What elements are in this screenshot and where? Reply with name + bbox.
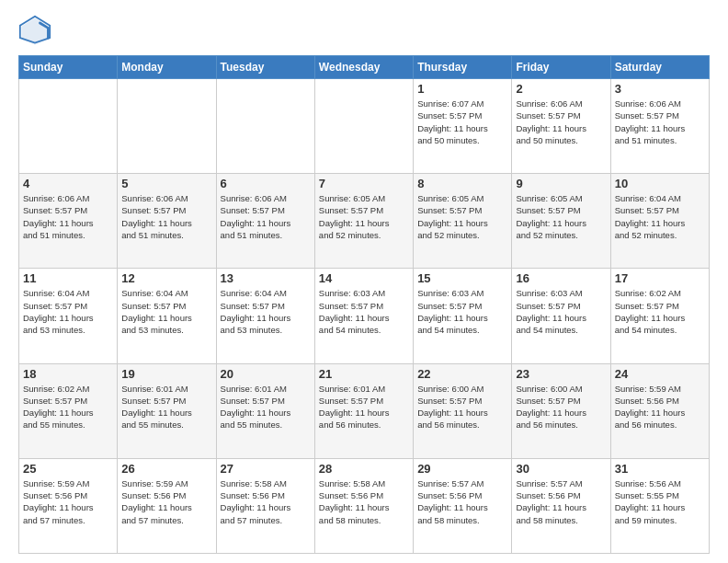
cell-info: Sunrise: 6:00 AM Sunset: 5:57 PM Dayligh…	[516, 383, 606, 431]
day-number: 19	[121, 367, 211, 381]
cell-info: Sunrise: 6:03 AM Sunset: 5:57 PM Dayligh…	[417, 287, 507, 336]
day-number: 15	[417, 271, 507, 285]
calendar-cell: 4Sunrise: 6:06 AM Sunset: 5:57 PM Daylig…	[19, 174, 118, 269]
calendar-cell: 23Sunrise: 6:00 AM Sunset: 5:57 PM Dayli…	[512, 363, 610, 458]
cell-info: Sunrise: 5:58 AM Sunset: 5:56 PM Dayligh…	[221, 477, 311, 526]
calendar-cell: 30Sunrise: 5:57 AM Sunset: 5:56 PM Dayli…	[512, 458, 610, 553]
day-number: 25	[23, 462, 113, 476]
cell-info: Sunrise: 5:59 AM Sunset: 5:56 PM Dayligh…	[121, 477, 211, 526]
day-number: 1	[417, 82, 507, 96]
cell-info: Sunrise: 6:05 AM Sunset: 5:57 PM Dayligh…	[516, 192, 606, 241]
cell-info: Sunrise: 6:06 AM Sunset: 5:57 PM Dayligh…	[516, 98, 606, 146]
calendar-cell: 15Sunrise: 6:03 AM Sunset: 5:57 PM Dayli…	[414, 269, 512, 363]
calendar-cell: 17Sunrise: 6:02 AM Sunset: 5:57 PM Dayli…	[610, 269, 709, 363]
day-number: 26	[121, 462, 211, 476]
day-number: 11	[23, 271, 113, 285]
cell-info: Sunrise: 6:03 AM Sunset: 5:57 PM Dayligh…	[516, 287, 606, 336]
day-number: 24	[615, 367, 705, 381]
calendar-cell: 1Sunrise: 6:07 AM Sunset: 5:57 PM Daylig…	[414, 79, 512, 174]
calendar-cell	[314, 79, 413, 174]
cell-info: Sunrise: 5:56 AM Sunset: 5:55 PM Dayligh…	[615, 477, 705, 526]
calendar-week-4: 18Sunrise: 6:02 AM Sunset: 5:57 PM Dayli…	[19, 363, 710, 458]
day-number: 18	[23, 367, 113, 381]
cell-info: Sunrise: 6:06 AM Sunset: 5:57 PM Dayligh…	[615, 98, 705, 146]
day-number: 20	[221, 367, 311, 381]
page: SundayMondayTuesdayWednesdayThursdayFrid…	[0, 0, 728, 563]
logo	[18, 15, 55, 48]
calendar-week-3: 11Sunrise: 6:04 AM Sunset: 5:57 PM Dayli…	[19, 269, 710, 363]
day-number: 2	[516, 82, 606, 96]
weekday-header-wednesday: Wednesday	[314, 56, 413, 79]
cell-info: Sunrise: 6:07 AM Sunset: 5:57 PM Dayligh…	[417, 98, 507, 146]
calendar-header-row: SundayMondayTuesdayWednesdayThursdayFrid…	[19, 56, 710, 79]
cell-info: Sunrise: 6:06 AM Sunset: 5:57 PM Dayligh…	[221, 192, 311, 241]
calendar-cell: 13Sunrise: 6:04 AM Sunset: 5:57 PM Dayli…	[216, 269, 314, 363]
cell-info: Sunrise: 6:04 AM Sunset: 5:57 PM Dayligh…	[23, 287, 113, 336]
calendar-cell: 20Sunrise: 6:01 AM Sunset: 5:57 PM Dayli…	[216, 363, 314, 458]
cell-info: Sunrise: 5:57 AM Sunset: 5:56 PM Dayligh…	[516, 477, 606, 526]
calendar-cell: 18Sunrise: 6:02 AM Sunset: 5:57 PM Dayli…	[19, 363, 118, 458]
calendar-cell: 14Sunrise: 6:03 AM Sunset: 5:57 PM Dayli…	[314, 269, 413, 363]
calendar-cell: 24Sunrise: 5:59 AM Sunset: 5:56 PM Dayli…	[610, 363, 709, 458]
cell-info: Sunrise: 6:03 AM Sunset: 5:57 PM Dayligh…	[319, 287, 409, 336]
logo-icon	[18, 15, 51, 48]
calendar-table: SundayMondayTuesdayWednesdayThursdayFrid…	[18, 55, 710, 554]
day-number: 30	[516, 462, 606, 476]
day-number: 17	[615, 271, 705, 285]
calendar-cell: 26Sunrise: 5:59 AM Sunset: 5:56 PM Dayli…	[118, 458, 216, 553]
cell-info: Sunrise: 6:05 AM Sunset: 5:57 PM Dayligh…	[319, 192, 409, 241]
day-number: 9	[516, 177, 606, 190]
calendar-cell: 5Sunrise: 6:06 AM Sunset: 5:57 PM Daylig…	[118, 174, 216, 269]
calendar-cell: 29Sunrise: 5:57 AM Sunset: 5:56 PM Dayli…	[414, 458, 512, 553]
calendar-cell: 12Sunrise: 6:04 AM Sunset: 5:57 PM Dayli…	[118, 269, 216, 363]
calendar-cell: 31Sunrise: 5:56 AM Sunset: 5:55 PM Dayli…	[610, 458, 709, 553]
cell-info: Sunrise: 5:59 AM Sunset: 5:56 PM Dayligh…	[615, 383, 705, 431]
calendar-cell: 16Sunrise: 6:03 AM Sunset: 5:57 PM Dayli…	[512, 269, 610, 363]
day-number: 14	[319, 271, 409, 285]
calendar-cell	[118, 79, 216, 174]
calendar-cell: 2Sunrise: 6:06 AM Sunset: 5:57 PM Daylig…	[512, 79, 610, 174]
day-number: 28	[319, 462, 409, 476]
calendar-week-1: 1Sunrise: 6:07 AM Sunset: 5:57 PM Daylig…	[19, 79, 710, 174]
calendar-cell: 28Sunrise: 5:58 AM Sunset: 5:56 PM Dayli…	[314, 458, 413, 553]
day-number: 6	[221, 177, 311, 190]
calendar-cell: 9Sunrise: 6:05 AM Sunset: 5:57 PM Daylig…	[512, 174, 610, 269]
day-number: 3	[615, 82, 705, 96]
weekday-header-tuesday: Tuesday	[216, 56, 314, 79]
calendar-cell	[19, 79, 118, 174]
cell-info: Sunrise: 5:57 AM Sunset: 5:56 PM Dayligh…	[417, 477, 507, 526]
cell-info: Sunrise: 5:58 AM Sunset: 5:56 PM Dayligh…	[319, 477, 409, 526]
cell-info: Sunrise: 6:02 AM Sunset: 5:57 PM Dayligh…	[23, 383, 113, 431]
day-number: 4	[23, 177, 113, 190]
calendar-cell: 11Sunrise: 6:04 AM Sunset: 5:57 PM Dayli…	[19, 269, 118, 363]
cell-info: Sunrise: 6:04 AM Sunset: 5:57 PM Dayligh…	[221, 287, 311, 336]
day-number: 31	[615, 462, 705, 476]
calendar-cell: 27Sunrise: 5:58 AM Sunset: 5:56 PM Dayli…	[216, 458, 314, 553]
day-number: 16	[516, 271, 606, 285]
weekday-header-thursday: Thursday	[414, 56, 512, 79]
cell-info: Sunrise: 6:06 AM Sunset: 5:57 PM Dayligh…	[23, 192, 113, 241]
day-number: 27	[221, 462, 311, 476]
weekday-header-saturday: Saturday	[610, 56, 709, 79]
calendar-cell: 6Sunrise: 6:06 AM Sunset: 5:57 PM Daylig…	[216, 174, 314, 269]
cell-info: Sunrise: 6:01 AM Sunset: 5:57 PM Dayligh…	[221, 383, 311, 431]
cell-info: Sunrise: 6:04 AM Sunset: 5:57 PM Dayligh…	[121, 287, 211, 336]
calendar-cell	[216, 79, 314, 174]
day-number: 8	[417, 177, 507, 190]
day-number: 7	[319, 177, 409, 190]
calendar-cell: 21Sunrise: 6:01 AM Sunset: 5:57 PM Dayli…	[314, 363, 413, 458]
calendar-cell: 10Sunrise: 6:04 AM Sunset: 5:57 PM Dayli…	[610, 174, 709, 269]
day-number: 10	[615, 177, 705, 190]
calendar-cell: 22Sunrise: 6:00 AM Sunset: 5:57 PM Dayli…	[414, 363, 512, 458]
weekday-header-monday: Monday	[118, 56, 216, 79]
weekday-header-friday: Friday	[512, 56, 610, 79]
day-number: 23	[516, 367, 606, 381]
day-number: 5	[121, 177, 211, 190]
calendar-week-2: 4Sunrise: 6:06 AM Sunset: 5:57 PM Daylig…	[19, 174, 710, 269]
day-number: 12	[121, 271, 211, 285]
cell-info: Sunrise: 5:59 AM Sunset: 5:56 PM Dayligh…	[23, 477, 113, 526]
cell-info: Sunrise: 6:00 AM Sunset: 5:57 PM Dayligh…	[417, 383, 507, 431]
calendar-cell: 8Sunrise: 6:05 AM Sunset: 5:57 PM Daylig…	[414, 174, 512, 269]
cell-info: Sunrise: 6:05 AM Sunset: 5:57 PM Dayligh…	[417, 192, 507, 241]
cell-info: Sunrise: 6:06 AM Sunset: 5:57 PM Dayligh…	[121, 192, 211, 241]
